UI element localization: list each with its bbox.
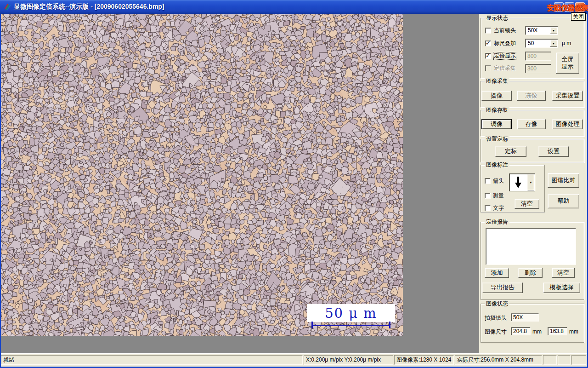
group-annotation-title: 图像标注 (485, 161, 509, 168)
measure-checkbox[interactable] (485, 193, 491, 199)
ruler-value-combobox[interactable]: 50 ▼ (525, 39, 558, 48)
freeze-button[interactable]: 冻像 (517, 91, 546, 101)
current-lens-dropdown-icon[interactable]: ▼ (550, 27, 557, 34)
arrow-label: 箭头 (493, 178, 504, 184)
group-storage-title: 图像存取 (485, 107, 509, 114)
micrograph-image[interactable]: 50 μ m (1, 14, 403, 336)
arrow-checkbox[interactable] (485, 178, 491, 184)
scale-bar-label: 50 μ m (307, 304, 395, 322)
image-processing-button[interactable]: 图像处理 (552, 119, 583, 129)
group-image-status-title: 图像状态 (485, 300, 509, 307)
current-lens-value: 50X (528, 27, 537, 34)
fixed-display-checkbox[interactable] (485, 53, 491, 59)
annotation-clear-button[interactable]: 清空 (514, 199, 539, 209)
current-lens-combobox[interactable]: 50X ▼ (525, 26, 558, 35)
ruler-value: 50 (528, 40, 534, 46)
fixed-capture-label: 定倍采集 (494, 65, 516, 72)
current-lens-label: 当前镜头 (494, 27, 516, 34)
window-title: 显微图像定倍系统--演示版 - [20090602055646.bmp] (14, 3, 164, 11)
status-bar: 就绪 X:0.200μ m/pix Y:0.200μ m/pix 图像像素:12… (0, 353, 588, 367)
app-icon (3, 3, 11, 11)
ruler-overlay-checkbox[interactable] (485, 40, 491, 46)
image-height-field[interactable] (548, 327, 567, 335)
calibrate-button[interactable]: 定标 (495, 146, 526, 157)
window-border-left (0, 14, 1, 368)
micrograph-canvas[interactable] (1, 14, 403, 336)
control-panel: 显示状态 当前镜头 50X ▼ 标尺叠加 50 ▼ μ m 定倍显示 定倍采集 … (479, 14, 587, 353)
arrow-style-combobox[interactable]: ▼ (509, 173, 535, 191)
group-capture-title: 图像采集 (485, 78, 509, 85)
group-calibration-title: 设置定标 (485, 136, 509, 143)
fixed-display-field[interactable] (525, 52, 551, 61)
help-button[interactable]: 帮助 (548, 194, 579, 208)
fixed-capture-checkbox[interactable] (485, 65, 491, 71)
current-lens-checkbox[interactable] (485, 28, 491, 34)
status-empty-3 (571, 355, 586, 365)
titlebar: 显微图像定倍系统--演示版 - [20090602055646.bmp] × 安… (0, 0, 588, 14)
report-delete-button[interactable]: 删除 (518, 268, 543, 278)
capture-button[interactable]: 摄像 (481, 91, 512, 101)
settings-button[interactable]: 设置 (538, 146, 569, 157)
ruler-unit-label: μ m (562, 40, 571, 47)
group-image-status: 图像状态 (481, 304, 584, 343)
fixed-display-label: 定倍显示 (494, 52, 516, 59)
report-clear-button[interactable]: 清空 (552, 268, 575, 278)
atlas-compare-button[interactable]: 图谱比对 (548, 173, 579, 188)
group-report-title: 定倍报告 (485, 218, 509, 225)
capture-settings-button[interactable]: 采集设置 (552, 91, 583, 101)
image-width-field[interactable] (511, 327, 531, 335)
text-checkbox[interactable] (485, 205, 491, 211)
shoot-lens-field[interactable] (511, 313, 539, 322)
fixed-capture-field[interactable] (525, 64, 551, 73)
ruler-overlay-label: 标尺叠加 (494, 40, 516, 47)
text-label: 文字 (493, 205, 504, 212)
measure-label: 测量 (493, 192, 504, 199)
ruler-dropdown-icon[interactable]: ▼ (550, 40, 557, 47)
report-listbox[interactable] (486, 228, 576, 265)
status-ready: 就绪 (1, 355, 303, 365)
load-image-button[interactable]: 调像 (481, 119, 512, 129)
client-area: 50 μ m 显示状态 当前镜头 50X ▼ 标尺叠加 50 ▼ μ m 定倍显… (0, 14, 588, 353)
down-arrow-icon (514, 176, 522, 189)
export-report-button[interactable]: 导出报告 (482, 282, 523, 293)
template-select-button[interactable]: 模板选择 (543, 282, 580, 293)
scale-bar-tick-right (389, 322, 390, 328)
image-size-label: 图像尺寸 (485, 328, 507, 335)
close-tooltip: 关闭 (571, 12, 586, 21)
arrow-style-dropdown-icon[interactable]: ▼ (527, 174, 534, 190)
report-add-button[interactable]: 添加 (485, 268, 509, 278)
shoot-lens-label: 拍摄镜头 (485, 315, 507, 322)
scale-bar-tick-left (311, 322, 313, 328)
status-image-pixels: 图像像素:1280 X 1024 (394, 355, 454, 365)
fullscreen-button[interactable]: 全屏 显示 (556, 52, 579, 74)
status-empty-2 (558, 355, 571, 365)
image-height-unit: mm (569, 328, 578, 335)
scale-bar-line (311, 325, 390, 326)
save-image-button[interactable]: 存像 (517, 119, 546, 129)
status-empty-1 (543, 355, 557, 365)
status-actual-size: 实际尺寸:256.0mm X 204.8mm (455, 355, 542, 365)
workspace: 50 μ m (0, 14, 479, 353)
status-pixel-scale: X:0.200μ m/pix Y:0.200μ m/pix (304, 355, 393, 365)
group-display-status-title: 显示状态 (485, 15, 509, 22)
image-width-unit: mm (532, 328, 542, 335)
vendor-marquee-text: 安阳仪器仪表 (547, 4, 588, 12)
